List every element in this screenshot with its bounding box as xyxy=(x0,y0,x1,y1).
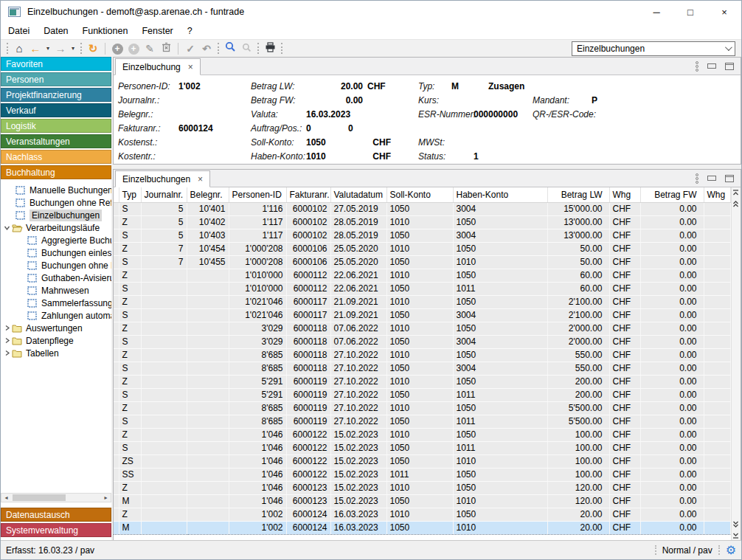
scroll-to-top-icon[interactable] xyxy=(732,187,741,198)
betrag-lw-value[interactable]: 20.00 xyxy=(306,81,363,91)
column-header-valutadatum-5[interactable]: Valutadatum xyxy=(330,187,386,202)
pane-grip-icon[interactable] xyxy=(696,173,698,184)
scrollbar-thumb[interactable] xyxy=(13,494,66,501)
sidebar-section-verkauf[interactable]: Verkauf xyxy=(1,103,111,117)
scroll-right-icon[interactable]: ▸ xyxy=(101,494,111,502)
pane-grip-icon[interactable] xyxy=(696,61,698,72)
tree-item-buchungen-einlese[interactable]: Buchungen einlese xyxy=(1,246,111,259)
undo-icon[interactable]: ↶ xyxy=(198,41,215,57)
chevron-right-icon[interactable] xyxy=(2,337,12,344)
forward-icon[interactable]: → xyxy=(52,41,69,57)
forward-dropdown-icon[interactable]: ▾ xyxy=(69,41,77,57)
fakturanr-value[interactable]: 6000124 xyxy=(178,123,213,134)
haben-konto-value[interactable]: 1010 xyxy=(306,151,326,162)
menu-item-datei[interactable]: Datei xyxy=(1,24,36,38)
table-row[interactable]: Z8'685600011827.10.202210101050550.00CHF… xyxy=(114,348,730,362)
table-row[interactable]: S1'010'000600011222.06.20211050101160.00… xyxy=(114,282,730,295)
page-up-icon[interactable] xyxy=(732,198,741,210)
scroll-to-bottom-icon[interactable] xyxy=(732,530,741,541)
esr-nummer-value[interactable]: 000000000 xyxy=(474,109,518,120)
column-header-betrag-fw-10[interactable]: Betrag FW xyxy=(640,187,704,202)
tree-item-mahnwesen[interactable]: Mahnwesen xyxy=(1,284,111,297)
sidebar-section-buchhaltung[interactable]: Buchhaltung xyxy=(1,165,111,179)
table-row[interactable]: Z8'685600011927.10.2022101010505'500.00C… xyxy=(114,401,730,415)
column-header-belegnr-2[interactable]: Belegnr. xyxy=(187,187,229,202)
column-header-betrag-lw-8[interactable]: Betrag LW xyxy=(547,187,609,202)
table-row[interactable]: S510'4031'117600010228.05.20191050300413… xyxy=(114,229,730,242)
typ-value[interactable]: M xyxy=(451,81,459,91)
auftrag-value[interactable]: 0 xyxy=(306,123,311,134)
tree-item-einzelbuchungen[interactable]: Einzelbuchungen xyxy=(1,209,111,221)
table-row[interactable]: Z3'029600011807.06.2022101010502'000.00C… xyxy=(114,322,730,335)
tree-item-buchungen-ohne-r[interactable]: Buchungen ohne R xyxy=(1,259,111,272)
table-row[interactable]: S3'029600011807.06.2022105030042'000.00C… xyxy=(114,335,730,348)
confirm-icon[interactable]: ✓ xyxy=(182,41,198,57)
home-icon[interactable]: ⌂ xyxy=(11,41,27,57)
menu-item-funktionen[interactable]: Funktionen xyxy=(76,24,135,38)
pane-minimize-icon[interactable] xyxy=(707,176,716,181)
column-header-personen-id-3[interactable]: Personen-ID xyxy=(229,187,286,202)
tree-item-sammelerfassung-s[interactable]: Sammelerfassung S xyxy=(1,297,111,309)
tree-item-verarbeitungsläufe[interactable]: Verarbeitungsläufe xyxy=(1,221,111,234)
table-row[interactable]: Z1'010'000600011222.06.20211010105060.00… xyxy=(114,269,730,282)
table-row[interactable]: Z1'021'046600011721.09.2021101010502'100… xyxy=(114,295,730,308)
tree-item-guthaben-avisierun[interactable]: Guthaben-Avisierun xyxy=(1,272,111,284)
close-icon[interactable]: × xyxy=(188,62,193,72)
column-header-soll-konto-6[interactable]: Soll-Konto xyxy=(386,187,453,202)
column-header-fakturanr-4[interactable]: Fakturanr. xyxy=(286,187,330,202)
menu-item-fenster[interactable]: Fenster xyxy=(135,24,179,38)
table-row[interactable]: Z1'046600012315.02.202310101050120.00CHF… xyxy=(114,481,730,494)
pane-maximize-icon[interactable] xyxy=(725,63,734,70)
sidebar-section-personen[interactable]: Personen xyxy=(1,72,111,86)
table-row[interactable]: M1'002600012416.03.20231050101020.00CHF0… xyxy=(114,521,730,534)
table-row[interactable]: ZS1'046600012215.02.202310501010100.00CH… xyxy=(114,454,730,468)
tree-item-buchungen-ohne-refe[interactable]: Buchungen ohne Refe xyxy=(1,196,111,209)
pane-maximize-icon[interactable] xyxy=(725,175,734,182)
sidebar-section-logistik[interactable]: Logistik xyxy=(1,119,111,133)
back-icon[interactable]: ← xyxy=(27,41,44,57)
sidebar-section-projektfinanzierung[interactable]: Projektfinanzierung xyxy=(1,88,111,102)
delete-icon[interactable] xyxy=(158,41,174,57)
tree-item-datenpflege[interactable]: Datenpflege xyxy=(1,334,111,347)
soll-konto-value[interactable]: 1050 xyxy=(306,137,326,148)
table-row[interactable]: S710'4551'000'208600010625.05.2020105010… xyxy=(114,255,730,269)
mandant-value[interactable]: P xyxy=(592,95,597,106)
tab-einzelbuchung[interactable]: Einzelbuchung × xyxy=(115,58,201,75)
refresh-icon[interactable]: ↻ xyxy=(85,41,101,57)
column-header-journalnr-1[interactable]: Journalnr. xyxy=(141,187,187,202)
table-row[interactable]: Z5'291600011927.10.202210101050200.00CHF… xyxy=(114,375,730,388)
table-vertical-scrollbar[interactable] xyxy=(731,187,741,541)
close-icon[interactable]: × xyxy=(198,174,203,184)
window-maximize-icon[interactable]: □ xyxy=(673,1,707,23)
sidebar-section-veranstaltungen[interactable]: Veranstaltungen xyxy=(1,134,111,148)
chevron-right-icon[interactable] xyxy=(2,325,12,331)
gear-icon[interactable]: ⚙ xyxy=(726,545,736,556)
print-icon[interactable] xyxy=(262,41,278,57)
sidebar-horizontal-scrollbar[interactable]: ◂ ▸ xyxy=(1,493,111,502)
table-row[interactable]: Z1'002600012416.03.20231010105020.00CHF0… xyxy=(114,508,730,521)
table-row[interactable]: Z1'046600012215.02.202310101050100.00CHF… xyxy=(114,428,730,441)
table-row[interactable]: S510'4011'116600010227.05.20191050300415… xyxy=(114,202,730,215)
table-row[interactable]: M1'046600012315.02.202310501010120.00CHF… xyxy=(114,494,730,508)
betrag-fw-value[interactable]: 0.00 xyxy=(306,95,363,106)
personen-id-value[interactable]: 1'002 xyxy=(178,81,201,91)
add-icon[interactable]: + xyxy=(109,41,125,57)
sidebar-section-systemverwaltung[interactable]: Systemverwaltung xyxy=(1,523,111,537)
add-secondary-icon[interactable]: + xyxy=(125,41,142,57)
table-row[interactable]: SS1'046600012215.02.202310111050100.00CH… xyxy=(114,468,730,481)
pane-minimize-icon[interactable] xyxy=(707,63,716,69)
table-row[interactable]: S8'685600011827.10.202210503004550.00CHF… xyxy=(114,362,730,375)
chevron-right-icon[interactable] xyxy=(2,350,12,356)
page-down-icon[interactable] xyxy=(732,519,741,530)
window-minimize-icon[interactable]: ─ xyxy=(639,1,673,23)
table-row[interactable]: S5'291600011927.10.202210501011200.00CHF… xyxy=(114,388,730,401)
table-row[interactable]: S8'685600011927.10.2022105010115'500.00C… xyxy=(114,415,730,428)
column-header-whg-11[interactable]: Whg xyxy=(704,187,730,202)
column-header-haben-konto-7[interactable]: Haben-Konto xyxy=(453,187,547,202)
sidebar-section-nachlass[interactable]: Nachlass xyxy=(1,150,111,164)
table-row[interactable]: S1'046600012215.02.202310501011100.00CHF… xyxy=(114,441,730,454)
tree-item-zahlungen-automat[interactable]: Zahlungen automat xyxy=(1,309,111,322)
tab-einzelbuchungen[interactable]: Einzelbuchungen × xyxy=(115,170,210,187)
table-row[interactable]: Z710'4541'000'208600010625.05.2020101010… xyxy=(114,242,730,255)
chevron-down-icon[interactable] xyxy=(2,225,12,231)
